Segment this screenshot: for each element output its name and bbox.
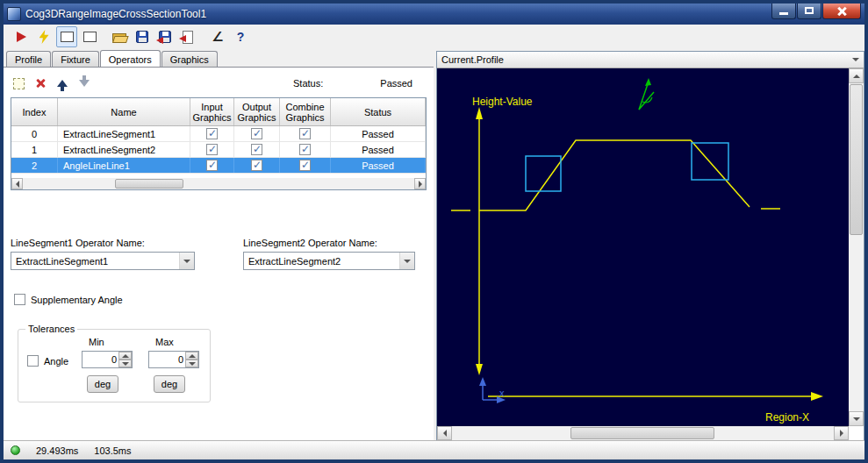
floating-window-button[interactable] [79, 26, 100, 47]
scroll-thumb[interactable] [570, 427, 714, 439]
supplementary-angle-checkbox[interactable] [14, 294, 25, 305]
scroll-left-button[interactable] [11, 178, 23, 189]
chevron-down-icon[interactable] [179, 253, 194, 269]
profile-display-canvas[interactable]: Height-Value Region-X x [437, 68, 849, 426]
grid-h-scrollbar[interactable] [11, 178, 426, 189]
record-selector-combo[interactable]: Current.Profile [437, 52, 864, 68]
import-button[interactable] [177, 26, 198, 47]
add-operator-button[interactable] [9, 75, 28, 92]
tab-profile[interactable]: Profile [6, 51, 51, 68]
spin-up-button[interactable] [118, 352, 132, 360]
output-graphics-checkbox[interactable] [251, 128, 262, 139]
execution-time: 29.493ms [36, 445, 78, 456]
angle-tolerance-checkbox[interactable] [27, 355, 39, 367]
column-header-name: Name [58, 98, 190, 125]
min-angle-input[interactable] [82, 352, 118, 367]
cell-name: ExtractLineSegment1 [58, 126, 190, 141]
chevron-down-icon[interactable] [399, 253, 414, 269]
scroll-right-button[interactable] [834, 426, 849, 440]
close-icon [836, 6, 847, 17]
close-button[interactable] [822, 4, 861, 19]
supplementary-angle-label: Supplementary Angle [31, 295, 123, 305]
titlebar[interactable]: Cog3DRangeImageCrossSectionTool1 [4, 4, 864, 25]
tool-display-toggle-button[interactable] [56, 26, 77, 47]
scroll-thumb[interactable] [850, 84, 863, 235]
scroll-thumb[interactable] [115, 179, 183, 189]
total-time: 103.5ms [94, 445, 131, 456]
help-icon: ? [237, 30, 245, 44]
record-selector-value: Current.Profile [437, 54, 848, 65]
column-header-index: Index [11, 98, 58, 125]
tolerances-group: Tolerances Min Max Angle [18, 329, 211, 402]
cell-index: 0 [11, 126, 58, 141]
input-graphics-checkbox[interactable] [206, 128, 218, 139]
linesegment2-operator-combo[interactable]: ExtractLineSegment2 [243, 252, 415, 270]
open-button[interactable] [109, 26, 130, 47]
cell-index: 2 [11, 158, 58, 173]
height-axis-bottom-arrow-icon [476, 364, 483, 375]
scroll-left-button[interactable] [437, 426, 452, 440]
status-label: Status: [293, 78, 323, 89]
scroll-right-button[interactable] [414, 178, 426, 189]
run-button[interactable] [11, 26, 32, 47]
output-graphics-checkbox[interactable] [251, 160, 262, 171]
status-bar: 29.493ms 103.5ms [4, 440, 864, 459]
combine-graphics-checkbox[interactable] [299, 160, 311, 171]
table-row[interactable]: 1 ExtractLineSegment2 Passed [11, 142, 426, 158]
profile-polyline [479, 140, 750, 210]
angle-indicator [639, 82, 654, 110]
combine-graphics-checkbox[interactable] [299, 144, 311, 155]
move-down-button[interactable] [75, 75, 94, 92]
table-row-selected[interactable]: 2 AngleLineLine1 Passed [11, 158, 426, 174]
max-deg-button[interactable]: deg [154, 375, 185, 393]
profile-graphic: Height-Value Region-X x [437, 68, 849, 426]
arrow-left-icon [16, 181, 19, 188]
input-graphics-checkbox[interactable] [206, 160, 218, 171]
arrow-right-icon [419, 181, 422, 188]
client-area: ∠ ? Profile Fixture Operators Graphics S… [4, 25, 864, 459]
input-graphics-checkbox[interactable] [206, 144, 218, 155]
tool-display-toggle-icon [61, 32, 74, 42]
max-angle-input[interactable] [149, 352, 185, 367]
delete-operator-button[interactable] [31, 75, 50, 92]
new-item-icon [13, 78, 25, 89]
tolerances-title: Tolerances [25, 324, 77, 334]
save-button[interactable] [132, 26, 153, 47]
spin-down-button[interactable] [185, 360, 198, 367]
linesegment1-operator-combo[interactable]: ExtractLineSegment1 [11, 252, 195, 270]
output-graphics-checkbox[interactable] [251, 144, 262, 155]
scroll-down-button[interactable] [849, 411, 864, 426]
save-results-button[interactable] [154, 26, 176, 47]
electric-run-button[interactable] [33, 26, 54, 47]
min-deg-button[interactable]: deg [87, 375, 118, 393]
canvas-h-scrollbar[interactable] [437, 426, 849, 440]
help-button[interactable]: ? [230, 26, 251, 47]
page-title: Cog3DRangeImageCrossSectionTool1 [25, 8, 206, 20]
operators-grid: Index Name InputGraphics OutputGraphics … [11, 97, 427, 190]
electric-edit-icon [39, 30, 49, 44]
tab-operators[interactable]: Operators [100, 50, 161, 67]
min-label: Min [89, 337, 104, 347]
column-header-output-graphics: OutputGraphics [234, 98, 280, 125]
save-results-icon [159, 31, 171, 43]
import-icon [183, 31, 193, 44]
status-line: Status: Passed [293, 78, 425, 89]
result-led-icon [11, 445, 20, 455]
canvas-v-scrollbar[interactable] [849, 68, 864, 426]
origin-up-arrow-icon [479, 377, 486, 386]
table-row[interactable]: 0 ExtractLineSegment1 Passed [11, 126, 426, 142]
angle-tool-button[interactable]: ∠ [207, 26, 228, 47]
chevron-down-icon[interactable] [848, 52, 864, 68]
combo-value: ExtractLineSegment2 [244, 256, 399, 267]
tab-fixture[interactable]: Fixture [52, 51, 99, 68]
spin-up-button[interactable] [185, 352, 198, 360]
move-up-button[interactable] [53, 75, 72, 92]
cell-name: ExtractLineSegment2 [58, 142, 190, 157]
linesegment1-operator-label: LineSegment1 Operator Name: [11, 238, 145, 248]
tab-graphics[interactable]: Graphics [161, 51, 218, 68]
combine-graphics-checkbox[interactable] [299, 128, 311, 139]
spin-down-button[interactable] [118, 360, 132, 367]
scroll-up-button[interactable] [849, 68, 864, 83]
minimize-button[interactable] [771, 4, 796, 19]
maximize-button[interactable] [797, 4, 821, 19]
